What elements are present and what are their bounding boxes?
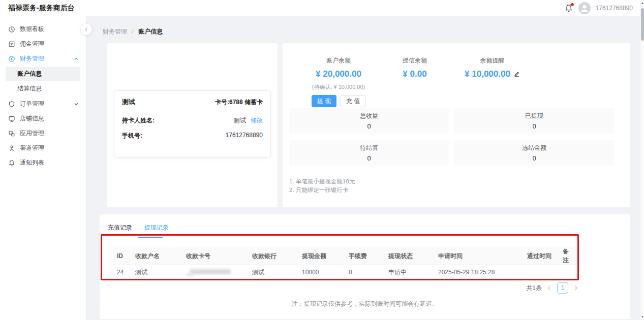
stat-pending-settlement: 待结算 0 [289,140,449,166]
top-header: 福禄票务-服务商后台 17612768890 [0,0,644,16]
finance-icon [8,55,15,62]
cell-id: 24 [113,265,131,280]
sidebar-item-commission[interactable]: 佣金管理 [0,37,86,51]
chevron-down-icon [74,102,79,107]
user-avatar[interactable] [578,2,591,14]
col-bank: 收款银行 [248,247,298,265]
breadcrumb-parent[interactable]: 财务管理 [103,28,127,35]
stat-label: 已提现 [454,112,615,120]
pending-confirm-note: (待确认: ¥ 10,000.00) [293,83,384,91]
holder-name-value: 测试 [234,117,246,124]
sidebar-item-label: 通知列表 [20,158,44,167]
sidebar-item-shop[interactable]: 店铺信息 [0,111,86,126]
bank-card: 测试 卡号:6788 储蓄卡 持卡人姓名: 测试 修改 手机号: 1761276… [114,90,271,157]
pagination-next-icon[interactable] [572,282,579,294]
col-payee: 收款户名 [131,247,182,265]
sidebar-item-settlement-info[interactable]: 结算信息 [6,82,80,95]
tab-recharge-records[interactable]: 充值记录 [108,223,132,236]
rule-note-2: 2. 只能绑定一张银行卡 [289,186,355,195]
modify-link[interactable]: 修改 [251,117,263,124]
stat-value: 0 [454,154,615,162]
page-scrollbar[interactable]: ▲ ▼ [640,0,644,320]
rules-notes: 1. 单笔最小提现金额10元 2. 只能绑定一张银行卡 [289,177,355,195]
pagination-total: 共1条 [526,284,542,293]
col-pass-time: 通过时间 [523,247,559,265]
phone-value: 17612768890 [226,132,263,140]
notification-bell-icon[interactable] [564,4,573,13]
pagination-prev-icon[interactable] [546,282,553,294]
scroll-down-arrow-icon[interactable]: ▼ [640,315,644,319]
stat-value: 0 [289,154,449,162]
sidebar-item-account-info[interactable]: 账户信息 [6,67,80,81]
redacted-card-number [186,269,234,276]
col-fee: 手续费 [345,247,384,265]
account-balance-value: ¥ 20,000.00 [293,69,384,79]
balance-panel: 账户余额 ¥ 20,000.00 (待确认: ¥ 10,000.00) 提 现 … [283,43,630,207]
cell-pass-time [523,265,559,280]
pagination: 共1条 1 [488,282,579,294]
monitor-icon [8,115,15,122]
scrollbar-thumb[interactable] [641,8,644,41]
sidebar-item-channels[interactable]: 渠道管理 [0,141,86,155]
stat-value: 0 [289,122,449,130]
col-remark: 备注 [559,247,578,265]
records-tabs: 充值记录 提现记录 [108,223,169,236]
breadcrumb-separator: / [132,28,133,35]
col-id: ID [113,247,131,265]
divider [289,174,624,174]
cell-amount: 10000 [298,265,345,280]
sidebar-collapse-button[interactable] [81,24,92,35]
sidebar-item-label: 应用管理 [20,129,44,138]
stats-grid: 总收益 0 已提现 0 待结算 0 冻结金额 0 [289,108,624,166]
withdraw-button[interactable]: 提 现 [312,95,336,107]
sidebar-item-label: 订单管理 [20,100,44,108]
cell-remark [559,265,578,280]
sidebar-item-label: 数据看板 [20,25,44,34]
sidebar-item-apps[interactable]: 应用管理 [0,126,86,141]
stat-label: 总收益 [289,112,449,120]
cell-bank: 测试 [248,265,298,280]
stat-withdrawn: 已提现 0 [454,108,615,134]
records-footnote: 注：提现记录仅供参考，实际到账时间可能会有延迟。 [100,300,630,308]
col-status: 提现状态 [384,247,434,265]
pagination-page-1[interactable]: 1 [557,282,568,294]
balance-reminder-label: 余额提醒 [448,56,537,65]
sidebar-item-orders[interactable]: 订单管理 [0,97,86,111]
sidebar-item-dashboard[interactable]: 数据看板 [0,22,86,37]
breadcrumb: 财务管理 / 账户信息 [103,27,163,36]
credit-balance-value: ¥ 0.00 [384,69,445,79]
phone-label: 手机号: [122,132,142,140]
withdraw-records-table: ID 收款户名 收款卡号 收款银行 提现金额 手续费 提现状态 申请时间 通过时… [113,247,578,280]
app-title: 福禄票务-服务商后台 [8,4,75,13]
bank-name: 测试 [122,98,135,107]
col-apply-time: 申请时间 [434,247,523,265]
app-icon [8,130,15,137]
stat-value: 0 [454,122,615,130]
sidebar-item-label: 店铺信息 [20,114,44,123]
sidebar-item-label: 佣金管理 [20,40,44,48]
tab-withdraw-records[interactable]: 提现记录 [144,223,169,236]
stat-label: 待结算 [289,144,449,152]
sidebar-item-notifications[interactable]: 通知列表 [0,155,86,170]
user-phone: 17612768890 [596,5,633,12]
breadcrumb-current: 账户信息 [138,28,163,35]
sidebar-item-label: 结算信息 [17,84,42,93]
stat-label: 冻结金额 [454,144,615,152]
recharge-button[interactable]: 充 值 [341,95,365,107]
scroll-up-arrow-icon[interactable]: ▲ [640,1,644,5]
channel-person-icon [8,145,15,152]
chevron-up-icon [74,56,79,61]
cell-status: 申请中 [384,265,434,280]
credit-balance-label: 授信余额 [384,56,445,65]
active-tab-underline [138,237,163,238]
sidebar-item-label: 渠道管理 [20,144,44,152]
balance-reminder-value: ¥ 10,000.00 [465,69,510,79]
notification-badge [571,3,574,6]
edit-pencil-icon[interactable] [513,71,520,77]
order-shield-icon [8,101,15,108]
bell-icon [8,159,15,167]
cell-apply-time: 2025-05-29 18:25:28 [434,265,523,280]
cell-card-no-redacted [182,265,248,280]
sidebar-item-finance[interactable]: 财务管理 [0,51,86,66]
dashboard-icon [8,26,15,33]
